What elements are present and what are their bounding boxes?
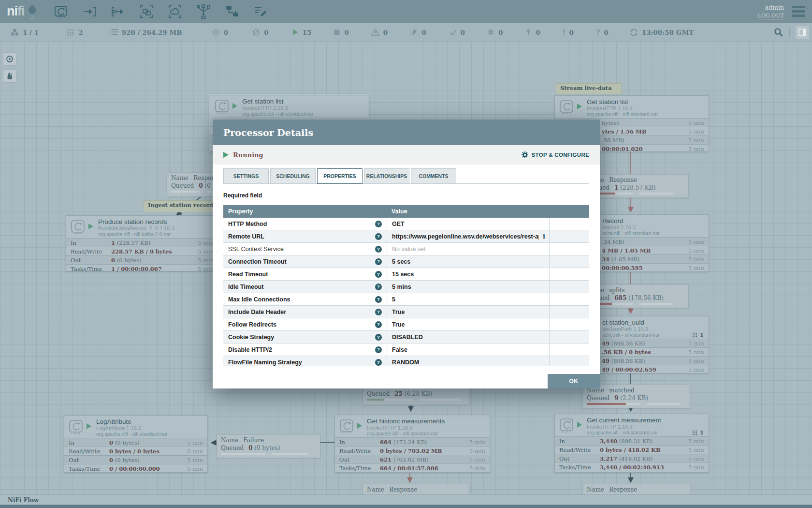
help-icon[interactable]: ?: [375, 309, 382, 315]
help-icon[interactable]: ?: [375, 233, 382, 240]
processor-get-current-measurement[interactable]: Get current measurement InvokeHTTP 1.16.…: [554, 414, 709, 473]
stop-and-configure-button[interactable]: STOP & CONFIGURE: [521, 151, 589, 159]
label-component-button[interactable]: [252, 3, 269, 20]
running-icon: [223, 152, 229, 158]
help-icon[interactable]: ?: [375, 258, 382, 265]
label-stream-live-data[interactable]: Stream live-data: [556, 83, 622, 94]
check-icon: [450, 29, 457, 36]
processor-bundle: org.apache.nifi - nifi-kafka-2-6-nar: [98, 232, 174, 238]
tab-properties[interactable]: PROPERTIES: [317, 168, 362, 184]
property-row: Connection Timeout? 5 secs: [223, 255, 589, 268]
label-icon: [253, 4, 268, 19]
remote-process-group-icon: [167, 4, 183, 19]
processor-bundle: org.apache.nifi - nifi-standard-nar: [96, 432, 167, 437]
table-header: Property Value: [223, 205, 589, 218]
processor-log-attribute[interactable]: LogAttribute LogAttribute 1.16.3 org.apa…: [64, 415, 208, 473]
running-icon: [292, 29, 299, 36]
processor-bundle: ache.nifi - nifi-standard-nar: [602, 231, 660, 237]
logout-link[interactable]: LOG OUT: [758, 13, 784, 19]
stat-row: In1 (228.57 KB)5 min: [66, 238, 218, 247]
gear-icon: [521, 151, 529, 159]
processor-get-historic-measurements[interactable]: Get historic measurements InvokeHTTP 1.1…: [334, 415, 490, 473]
processor-produce-station-records[interactable]: Produce station records PublishKafkaReco…: [66, 215, 218, 271]
input-port-component-button[interactable]: [81, 3, 98, 20]
processor-title: ct station_uuid: [602, 319, 660, 326]
template-component-button[interactable]: [224, 3, 240, 20]
help-icon[interactable]: ?: [375, 284, 382, 290]
label-ingest-station-records[interactable]: Ingest station records: [144, 200, 221, 212]
stat-row: Out0 (0 bytes)5 min: [66, 255, 218, 264]
stat-row: In664 (173.24 KB)5 min: [335, 437, 490, 446]
run-status-label: Running: [233, 151, 263, 159]
connection-label-response-bottom-right[interactable]: NameResponse: [582, 484, 690, 494]
processor-stamp-icon: [339, 419, 354, 434]
question-icon: ?: [596, 29, 600, 36]
help-icon[interactable]: ?: [375, 246, 382, 253]
running-icon: [357, 423, 362, 429]
breadcrumb-root[interactable]: NiFi Flow: [8, 497, 39, 504]
stat-row: Tasks/Time664 / 00:01:57.9865 min: [335, 463, 490, 472]
help-icon[interactable]: ?: [375, 346, 382, 353]
grid-badge-icon: [692, 332, 697, 338]
connection-label-failure[interactable]: NameFailure Queued0 (0 bytes): [217, 434, 320, 458]
tab-comments[interactable]: COMMENTS: [411, 168, 456, 183]
process-group-component-button[interactable]: [138, 3, 155, 20]
transmitting-icon: [212, 29, 220, 36]
stat-row: Tasks/Time0 / 00:00:00.0005 min: [64, 464, 207, 473]
processor-component-button[interactable]: [53, 3, 69, 20]
tab-scheduling[interactable]: SCHEDULING: [270, 168, 316, 183]
breadcrumb[interactable]: NiFi Flow: [0, 494, 812, 505]
processor-bundle: org.apache.nifi - nifi-standard-nar: [367, 431, 445, 437]
statusbar-divider: [789, 27, 790, 38]
help-icon[interactable]: ?: [375, 321, 382, 328]
stat-row: Tasks/Time3,440 / 00:02:40.9135 min: [555, 463, 709, 471]
cluster-status: 1 / 1: [11, 29, 39, 36]
property-row: HTTP Method? GET: [223, 218, 589, 230]
processor-type: Record 1.16.3: [602, 224, 660, 231]
processor-type: InvokeHTTP 1.16.3: [587, 105, 658, 112]
stat-row: Out621 (703.02 MB)5 min: [335, 455, 490, 463]
help-icon[interactable]: ?: [375, 296, 382, 303]
processor-type: PublishKafkaRecord_2_6 1.16.3: [98, 225, 174, 232]
value-column-header: Value: [387, 208, 550, 215]
funnel-icon: [196, 4, 211, 19]
funnel-component-button[interactable]: [195, 3, 212, 20]
navigate-palette-button[interactable]: [3, 52, 16, 66]
help-icon[interactable]: ?: [375, 359, 382, 366]
search-icon[interactable]: [774, 28, 783, 37]
invalid-status: 0: [371, 29, 388, 36]
processor-type: ateJsonPath 1.16.3: [602, 326, 660, 332]
nifi-app: nifi: [0, 0, 812, 508]
remote-process-group-component-button[interactable]: [167, 3, 183, 20]
stat-row: Read/Write228.57 KB / 0 bytes5 min: [66, 247, 218, 255]
stat-row: Out0 (0 bytes)5 min: [64, 455, 207, 464]
processor-stamp-icon: [559, 100, 574, 115]
processor-stamp-icon: [69, 419, 83, 435]
operate-palette-button[interactable]: [3, 69, 16, 83]
asterisk-icon: [487, 29, 494, 36]
last-refreshed-time: 13:00:58 GMT: [642, 29, 694, 36]
connection-label-response-bottom-center[interactable]: NameResponse: [362, 484, 469, 494]
properties-table: Property Value HTTP Method? GET Remote U…: [223, 205, 589, 366]
help-icon[interactable]: ?: [375, 221, 382, 227]
stopped-status: 0: [334, 29, 348, 36]
dialog-tabs: SETTINGS SCHEDULING PROPERTIES RELATIONS…: [223, 168, 589, 184]
tab-settings[interactable]: SETTINGS: [223, 168, 269, 183]
output-port-component-button[interactable]: [110, 3, 126, 20]
up-to-date-status: 0: [450, 29, 465, 36]
birdseye-panel-button[interactable]: [796, 26, 809, 39]
info-icon[interactable]: i: [539, 233, 545, 240]
help-icon[interactable]: ?: [375, 271, 382, 278]
cluster-node-badge: 1: [692, 331, 704, 338]
cluster-icon: [11, 29, 19, 36]
ok-button[interactable]: OK: [548, 374, 600, 388]
global-menu-button[interactable]: [792, 6, 805, 17]
tab-relationships[interactable]: RELATIONSHIPS: [364, 168, 409, 183]
locally-modified-stale-status: 0: [563, 29, 574, 36]
property-row: FlowFile Naming Strategy? RANDOM: [223, 356, 589, 366]
property-column-header: Property: [223, 208, 387, 215]
panel-icon: [798, 29, 806, 36]
refresh-status[interactable]: 13:00:58 GMT: [630, 29, 694, 36]
help-icon[interactable]: ?: [375, 334, 382, 341]
template-icon: [224, 4, 240, 19]
